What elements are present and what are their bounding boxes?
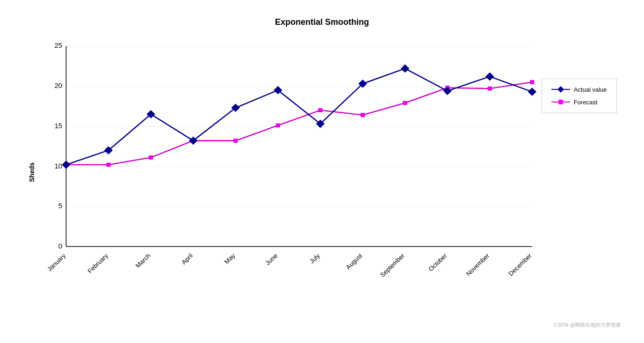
legend-forecast-line (551, 102, 570, 102)
legend-actual-marker (557, 86, 564, 93)
svg-marker-48 (485, 73, 493, 80)
chart-title: Exponential Smoothing (18, 13, 626, 27)
svg-text:November: November (464, 252, 491, 277)
svg-rect-34 (403, 101, 406, 104)
svg-marker-49 (528, 88, 536, 95)
svg-rect-36 (488, 87, 491, 90)
y-axis-label: Sheds (28, 162, 36, 182)
svg-text:December: December (507, 252, 533, 277)
svg-rect-30 (234, 139, 237, 142)
svg-text:10: 10 (54, 162, 62, 169)
svg-text:June: June (264, 252, 279, 266)
chart-inner: 0510152025JanuaryFebruaryMarchAprilMayJu… (46, 36, 542, 275)
svg-text:September: September (378, 252, 406, 278)
svg-text:May: May (223, 252, 236, 265)
chart-area: Sheds 0510152025JanuaryFebruaryMarchApri… (18, 32, 626, 313)
svg-marker-46 (401, 65, 409, 72)
svg-rect-32 (318, 108, 322, 111)
svg-text:25: 25 (54, 42, 62, 49)
svg-text:20: 20 (54, 82, 62, 89)
legend-actual-line (551, 89, 570, 90)
svg-text:0: 0 (58, 242, 62, 250)
legend-forecast: Forecast (551, 99, 607, 106)
svg-text:July: July (308, 252, 321, 264)
svg-rect-33 (361, 113, 364, 117)
svg-text:March: March (134, 252, 152, 269)
svg-rect-28 (149, 156, 152, 159)
svg-marker-38 (62, 161, 70, 168)
svg-rect-27 (107, 163, 110, 166)
legend-actual: Actual value (551, 86, 607, 93)
legend-forecast-label: Forecast (574, 99, 598, 106)
chart-svg: 0510152025JanuaryFebruaryMarchAprilMayJu… (46, 36, 542, 275)
svg-text:February: February (86, 252, 109, 274)
svg-text:October: October (427, 252, 449, 272)
legend-actual-label: Actual value (574, 86, 607, 93)
legend: Actual value Forecast (542, 79, 617, 113)
svg-rect-31 (276, 124, 279, 127)
legend-forecast-marker (558, 100, 563, 104)
svg-text:January: January (46, 252, 67, 272)
watermark: CSDN @脚踏实地的大梦想家 (554, 321, 621, 328)
svg-text:August: August (344, 252, 363, 270)
chart-container: Exponential Smoothing Sheds 0510152025Ja… (18, 13, 626, 331)
svg-text:5: 5 (58, 202, 62, 210)
svg-text:15: 15 (54, 122, 62, 130)
svg-text:April: April (180, 252, 194, 265)
svg-rect-37 (530, 80, 534, 83)
